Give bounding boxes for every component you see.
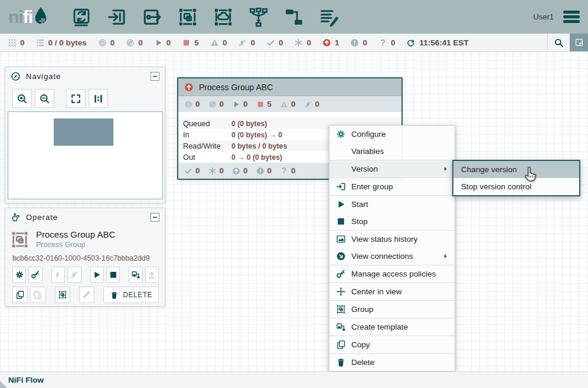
navigate-collapse-button[interactable]: [151, 72, 159, 81]
toolbar-processor[interactable]: [70, 6, 93, 28]
operate-delete-button[interactable]: DELETE: [103, 287, 159, 303]
operate-configure-button[interactable]: [12, 267, 26, 283]
menu-item-label: Copy: [351, 340, 370, 349]
toolbar-template[interactable]: [283, 6, 305, 28]
bulletin-board-icon: [574, 38, 584, 47]
operate-upload-template-button: [145, 267, 159, 283]
toolbar-output-port[interactable]: [141, 6, 164, 28]
zoom-in-button[interactable]: [12, 89, 32, 108]
menu-item-stop[interactable]: Stop: [329, 213, 455, 230]
operate-palette: Operate Process Group ABC Process Group …: [5, 208, 165, 307]
menu-item-version[interactable]: Version: [329, 160, 455, 177]
one-one-icon: [93, 93, 104, 104]
operate-header: Operate: [5, 208, 165, 226]
circle-slash-icon: [126, 38, 135, 47]
menu-item-view-connections[interactable]: View connections: [329, 248, 455, 265]
menu-item-label: View status history: [351, 235, 417, 244]
play-icon: [336, 199, 346, 209]
zoom-out-button[interactable]: [35, 89, 54, 108]
play-icon: [154, 38, 163, 47]
toolbar-funnel[interactable]: [247, 6, 270, 28]
key-icon: [31, 270, 40, 280]
stop-icon: [182, 38, 191, 47]
toolbar-process-group[interactable]: [177, 6, 199, 28]
component-toolbar: [70, 6, 341, 28]
stop-icon: [336, 216, 346, 226]
refresh-icon: [406, 38, 415, 47]
birdseye-minimap[interactable]: [8, 111, 163, 199]
operate-stop-button[interactable]: [106, 267, 120, 283]
operate-title: Operate: [26, 213, 58, 222]
circle-double-icon: [98, 38, 107, 47]
pg-stat-locally-modified-stale-count: 0: [267, 166, 272, 175]
status-locally-modified-stale-count: 0: [362, 38, 367, 47]
submenu-item-stop-version-control[interactable]: Stop version control: [453, 178, 579, 195]
pg-stat-locally-modified: 0: [208, 166, 224, 175]
pg-stat-disabled-count: 0: [315, 100, 320, 108]
minimap-component-rect[interactable]: [54, 119, 113, 146]
status-not-transmitting-count: 0: [138, 38, 143, 47]
menu-item-create-template[interactable]: Create template: [329, 318, 455, 336]
minus-icon: [152, 214, 158, 221]
bulletin-board-button[interactable]: [570, 34, 588, 51]
status-stopped: 5: [182, 38, 199, 47]
status-not-transmitting: 0: [126, 38, 143, 47]
menu-item-view-status-history[interactable]: View status history: [329, 231, 455, 248]
menu-item-variables[interactable]: Variables: [329, 143, 455, 160]
search-button[interactable]: [547, 34, 570, 51]
global-menu-button[interactable]: [563, 11, 580, 23]
metric-label: Out: [183, 153, 231, 162]
submenu-item-change-version[interactable]: Change version: [453, 161, 579, 178]
operate-buttons-row1: [12, 267, 159, 283]
operate-disable-button: [67, 267, 81, 283]
menu-item-group[interactable]: Group: [329, 301, 455, 318]
exclamation-circle-icon: [256, 167, 264, 175]
breadcrumb-bar: NiFi Flow: [0, 371, 588, 388]
refresh-control[interactable]: 11:56:41 EST: [406, 38, 468, 47]
status-disabled: 0: [238, 38, 255, 47]
operate-start-button[interactable]: [90, 267, 104, 283]
metric-label: In: [183, 130, 231, 139]
status-queued-count: 0 / 0 bytes: [48, 38, 87, 47]
version-submenu: Change versionStop version control: [452, 160, 580, 196]
menu-item-enter-group[interactable]: Enter group: [329, 178, 455, 195]
play-icon: [232, 100, 240, 108]
pg-stat-sync-failure: ?0: [280, 166, 296, 175]
last-refresh-time: 11:56:41 EST: [419, 38, 468, 47]
menu-item-delete[interactable]: Delete: [329, 354, 455, 371]
menu-item-label: Version: [351, 165, 378, 173]
remote-group-icon: [213, 6, 234, 28]
status-queued: 0 / 0 bytes: [36, 38, 87, 47]
menu-item-copy[interactable]: Copy: [329, 336, 455, 353]
status-active-threads: 0: [8, 38, 25, 47]
logo-text-fi: fi: [23, 7, 32, 27]
menu-item-configure[interactable]: Configure: [329, 126, 455, 143]
breadcrumb-root[interactable]: NiFi Flow: [8, 376, 44, 384]
pg-stat-running-count: 0: [243, 100, 248, 108]
operate-access-policies-button[interactable]: [28, 267, 42, 283]
toolbar-remote-process-group[interactable]: [212, 6, 234, 28]
pg-stat-invalid-count: 0: [291, 100, 296, 108]
asterisk-icon: [294, 38, 303, 47]
flow-canvas[interactable]: Process Group ABC 000500 Queued0 (0 byte…: [0, 52, 588, 371]
operate-save-template-button[interactable]: [129, 267, 142, 283]
zoom-fit-button[interactable]: [66, 89, 86, 108]
menu-item-start[interactable]: Start: [329, 196, 455, 213]
check-icon: [184, 167, 192, 175]
metric-label: Read/Write: [183, 142, 231, 150]
toolbar-input-port[interactable]: [106, 6, 128, 28]
status-active-threads-count: 0: [20, 38, 25, 47]
copy-icon: [15, 290, 25, 300]
pg-stat-locally-modified-count: 0: [220, 166, 224, 175]
toolbar-label[interactable]: [318, 6, 341, 28]
operate-group-button[interactable]: [55, 287, 70, 303]
play-icon: [92, 270, 102, 280]
menu-item-center-in-view[interactable]: Center in view: [329, 283, 455, 300]
operate-collapse-button[interactable]: [151, 213, 159, 222]
pg-stat-up-to-date-count: 0: [195, 166, 200, 175]
copy-icon: [336, 340, 346, 350]
zoom-actual-size-button[interactable]: [89, 89, 108, 108]
svg-text:?: ?: [282, 167, 287, 175]
operate-copy-button[interactable]: [12, 287, 28, 303]
menu-item-manage-access-policies[interactable]: Manage access policies: [329, 265, 455, 282]
